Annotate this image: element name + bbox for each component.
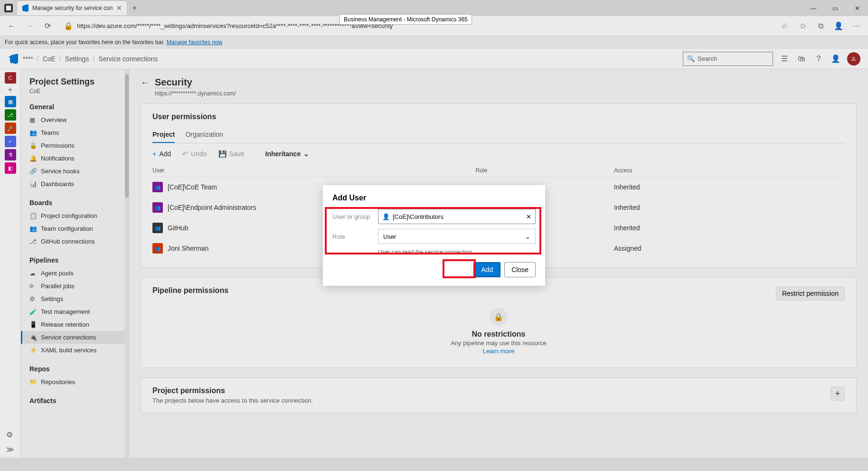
role-label: Role — [332, 233, 378, 240]
modal-close-button[interactable]: Close — [504, 262, 536, 277]
modal-title: Add User — [332, 194, 536, 202]
user-group-label: User or group — [332, 213, 378, 220]
role-help-text: User can read the service connection. — [378, 249, 536, 255]
chevron-down-icon: ⌄ — [525, 233, 530, 240]
user-group-input[interactable]: 👤 [CoE]\Contributors ✕ — [378, 209, 536, 224]
add-user-modal: Add User User or group 👤 [CoE]\Contribut… — [323, 185, 545, 286]
person-icon: 👤 — [382, 213, 390, 220]
clear-icon[interactable]: ✕ — [526, 213, 531, 220]
hover-tooltip: Business Management - Microsoft Dynamics… — [340, 14, 472, 25]
role-select[interactable]: User ⌄ — [378, 229, 536, 244]
modal-add-button[interactable]: Add — [473, 262, 500, 277]
